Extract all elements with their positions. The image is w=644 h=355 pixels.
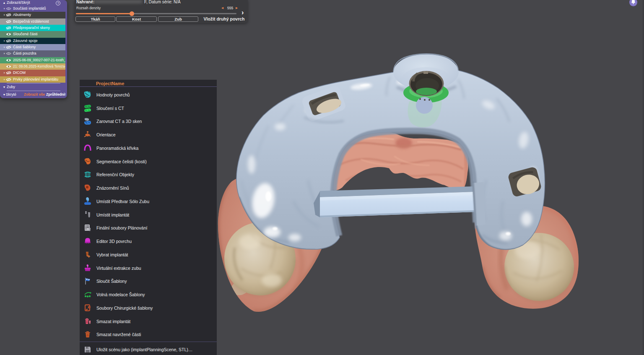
svg-text:PDF: PDF	[88, 307, 91, 308]
